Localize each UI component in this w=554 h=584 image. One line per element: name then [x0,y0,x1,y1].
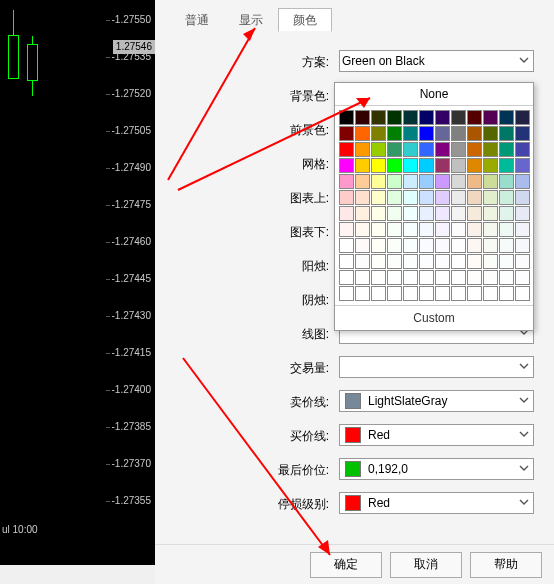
palette-swatch[interactable] [435,286,450,301]
palette-swatch[interactable] [467,206,482,221]
palette-swatch[interactable] [339,286,354,301]
palette-swatch[interactable] [515,238,530,253]
palette-swatch[interactable] [419,142,434,157]
palette-swatch[interactable] [451,110,466,125]
palette-swatch[interactable] [499,270,514,285]
palette-swatch[interactable] [499,286,514,301]
palette-swatch[interactable] [387,206,402,221]
palette-swatch[interactable] [483,222,498,237]
palette-swatch[interactable] [355,254,370,269]
palette-swatch[interactable] [387,190,402,205]
palette-swatch[interactable] [387,254,402,269]
palette-swatch[interactable] [403,110,418,125]
palette-swatch[interactable] [371,254,386,269]
palette-swatch[interactable] [339,206,354,221]
palette-swatch[interactable] [467,222,482,237]
palette-swatch[interactable] [435,110,450,125]
color-combo[interactable]: Red [339,492,534,514]
palette-swatch[interactable] [515,254,530,269]
palette-swatch[interactable] [403,142,418,157]
palette-swatch[interactable] [435,142,450,157]
palette-swatch[interactable] [371,222,386,237]
palette-swatch[interactable] [403,286,418,301]
palette-swatch[interactable] [499,126,514,141]
palette-swatch[interactable] [419,126,434,141]
palette-swatch[interactable] [499,254,514,269]
palette-swatch[interactable] [387,126,402,141]
palette-swatch[interactable] [435,254,450,269]
palette-swatch[interactable] [419,270,434,285]
help-button[interactable]: 帮助 [470,552,542,578]
cancel-button[interactable]: 取消 [390,552,462,578]
color-combo[interactable]: Red [339,424,534,446]
palette-swatch[interactable] [435,158,450,173]
palette-custom-button[interactable]: Custom [335,305,533,330]
palette-swatch[interactable] [371,238,386,253]
palette-swatch[interactable] [499,238,514,253]
palette-swatch[interactable] [355,126,370,141]
palette-swatch[interactable] [339,190,354,205]
palette-swatch[interactable] [387,110,402,125]
palette-swatch[interactable] [403,174,418,189]
palette-swatch[interactable] [403,254,418,269]
palette-swatch[interactable] [371,206,386,221]
palette-swatch[interactable] [339,126,354,141]
palette-swatch[interactable] [467,254,482,269]
palette-swatch[interactable] [499,110,514,125]
palette-swatch[interactable] [419,110,434,125]
palette-swatch[interactable] [387,238,402,253]
palette-swatch[interactable] [355,206,370,221]
palette-swatch[interactable] [483,126,498,141]
palette-swatch[interactable] [515,222,530,237]
palette-swatch[interactable] [419,158,434,173]
palette-swatch[interactable] [483,254,498,269]
palette-swatch[interactable] [483,142,498,157]
palette-swatch[interactable] [355,222,370,237]
palette-swatch[interactable] [355,158,370,173]
tab-colors[interactable]: 颜色 [278,8,332,32]
palette-swatch[interactable] [403,270,418,285]
palette-swatch[interactable] [355,270,370,285]
palette-swatch[interactable] [339,270,354,285]
palette-swatch[interactable] [499,206,514,221]
palette-swatch[interactable] [339,158,354,173]
palette-swatch[interactable] [403,190,418,205]
palette-swatch[interactable] [515,286,530,301]
palette-swatch[interactable] [467,142,482,157]
palette-swatch[interactable] [467,190,482,205]
palette-swatch[interactable] [387,158,402,173]
palette-swatch[interactable] [371,190,386,205]
palette-swatch[interactable] [355,110,370,125]
palette-swatch[interactable] [435,270,450,285]
palette-swatch[interactable] [339,142,354,157]
palette-swatch[interactable] [515,190,530,205]
palette-swatch[interactable] [451,254,466,269]
palette-swatch[interactable] [403,158,418,173]
palette-swatch[interactable] [515,126,530,141]
palette-swatch[interactable] [435,206,450,221]
ok-button[interactable]: 确定 [310,552,382,578]
palette-swatch[interactable] [483,190,498,205]
palette-swatch[interactable] [419,286,434,301]
palette-swatch[interactable] [355,190,370,205]
palette-swatch[interactable] [467,238,482,253]
palette-swatch[interactable] [371,142,386,157]
palette-swatch[interactable] [387,270,402,285]
palette-swatch[interactable] [483,286,498,301]
palette-swatch[interactable] [451,142,466,157]
palette-swatch[interactable] [467,126,482,141]
palette-swatch[interactable] [371,126,386,141]
palette-swatch[interactable] [371,286,386,301]
palette-swatch[interactable] [403,238,418,253]
palette-swatch[interactable] [339,110,354,125]
palette-swatch[interactable] [387,222,402,237]
palette-swatch[interactable] [451,222,466,237]
palette-swatch[interactable] [451,238,466,253]
palette-swatch[interactable] [451,206,466,221]
palette-swatch[interactable] [419,206,434,221]
palette-swatch[interactable] [435,190,450,205]
palette-swatch[interactable] [419,254,434,269]
tab-general[interactable]: 普通 [170,8,224,32]
palette-swatch[interactable] [435,174,450,189]
palette-swatch[interactable] [515,174,530,189]
